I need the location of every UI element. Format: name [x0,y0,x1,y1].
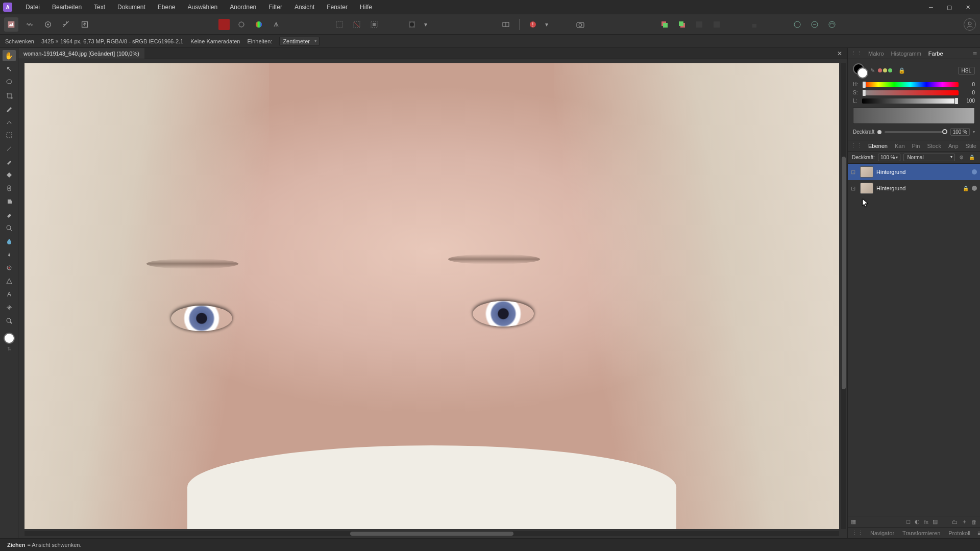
eyedropper-icon[interactable]: ✎ [870,67,875,74]
tab-kanaele[interactable]: Kan [894,142,906,150]
layer-name[interactable]: Hintergrund [876,185,960,191]
arrange-front-icon[interactable] [675,17,689,32]
menu-fenster[interactable]: Fenster [321,2,354,13]
layer-row[interactable]: ⊡ Hintergrund 🔒 [848,180,980,196]
add-mask-icon[interactable]: ◻ [906,518,911,525]
dodge-tool-icon[interactable] [3,222,16,234]
document-tab[interactable]: woman-1919143_640.jpg [Geändert] (100,0%… [18,48,144,59]
menu-dokument[interactable]: Dokument [111,2,152,13]
layer-visibility-icon[interactable] [972,186,977,191]
layer-thumbsize-icon[interactable]: ▦ [851,518,856,525]
layer-fx-icon[interactable]: ⚙ [958,155,965,160]
select-rect-icon[interactable] [332,17,347,32]
layer-checkbox-icon[interactable]: ⊡ [851,169,857,176]
minimize-button[interactable]: ─ [922,1,940,13]
brush-tool-icon[interactable] [3,156,16,167]
lasso-tool-icon[interactable] [3,77,16,88]
bottom-panel-menu-icon[interactable]: ≡ [977,529,980,537]
delete-layer-icon[interactable]: 🗑 [971,519,977,525]
assistant-icon[interactable] [499,17,513,32]
menu-text[interactable]: Text [88,2,111,13]
autowb-icon[interactable] [269,17,283,32]
saturation-slider[interactable] [862,90,959,95]
color-preview-strip[interactable] [853,108,975,124]
menu-ansicht[interactable]: Ansicht [288,2,321,13]
clone-tool-icon[interactable] [3,196,16,207]
vertical-scrollbar[interactable] [841,63,846,529]
menu-datei[interactable]: Datei [19,2,46,13]
group-layers-icon[interactable]: 🗀 [952,519,958,525]
select-all-icon[interactable] [367,17,381,32]
pen-tool-icon[interactable] [3,103,16,114]
redeye-tool-icon[interactable] [3,262,16,273]
tab-histogramm[interactable]: Histogramm [890,49,922,58]
autolevel-icon[interactable] [234,17,249,32]
select-none-icon[interactable] [350,17,364,32]
lightness-slider[interactable] [862,98,959,104]
close-button[interactable]: ✕ [959,1,977,13]
layer-row[interactable]: ⊡ Hintergrund [848,164,980,180]
blur-tool-icon[interactable] [3,236,16,247]
layer-thumbnail[interactable] [860,166,873,178]
quickmask-dropdown-icon[interactable]: ▾ [422,17,429,32]
tab-protokoll[interactable]: Protokoll [947,529,971,537]
panel-grip-icon[interactable]: ⋮⋮ [851,50,862,57]
recent-colors[interactable] [878,68,892,72]
menu-anordnen[interactable]: Anordnen [224,2,262,13]
tab-makro[interactable]: Makro [867,49,885,58]
mesh-tool-icon[interactable] [3,302,16,313]
quickmask-icon[interactable] [405,17,419,32]
blend-mode-select[interactable]: Normal [903,154,955,161]
tab-farbe[interactable]: Farbe [927,49,944,58]
color-swatch-pair[interactable] [853,63,867,78]
layer-locked-icon[interactable]: 🔒 [963,186,969,191]
warning-icon[interactable]: ! [526,17,540,32]
globe-sync-icon[interactable] [825,17,839,32]
swap-colors-icon[interactable]: ⇅ [7,346,11,352]
globe-link-icon[interactable] [807,17,822,32]
color-panel-menu-icon[interactable]: ≡ [973,49,977,58]
smudge-tool-icon[interactable] [3,249,16,260]
document-tab-close-icon[interactable]: ✕ [832,50,847,57]
fill-tool-icon[interactable] [3,169,16,181]
healing-tool-icon[interactable] [3,183,16,194]
magic-wand-icon[interactable] [3,143,16,154]
units-select[interactable]: Zentimeter [279,37,320,46]
marquee-tool-icon[interactable] [3,130,16,141]
color-opacity-value[interactable]: 100 % [950,128,970,136]
layer-opacity-input[interactable]: 100 %▾ [878,154,900,161]
crop-tool-icon[interactable] [3,90,16,101]
warning-dropdown-icon[interactable]: ▾ [543,17,550,32]
menu-hilfe[interactable]: Hilfe [354,2,378,13]
foreground-color-well[interactable] [4,333,15,344]
tab-stile[interactable]: Stile [965,142,977,150]
tab-anpassung[interactable]: Anp [947,142,960,150]
color-mode-select[interactable]: HSL [958,67,975,74]
maximize-button[interactable]: ▢ [940,1,959,13]
persona-tone-icon[interactable] [59,17,74,32]
horizontal-scrollbar[interactable] [24,531,839,536]
eraser-tool-icon[interactable] [3,209,16,220]
arrange-back-icon[interactable] [657,17,672,32]
menu-ebene[interactable]: Ebene [152,2,182,13]
color-opacity-slider[interactable] [885,131,947,133]
zoom-tool-icon[interactable] [3,315,16,327]
layer-lock-icon[interactable]: 🔒 [968,155,976,160]
layer-thumbnail[interactable] [860,183,873,194]
persona-export-icon[interactable] [78,17,92,32]
autocontrast-icon[interactable] [252,17,266,32]
bottom-panel-grip-icon[interactable]: ⋮⋮ [852,530,863,536]
menu-filter[interactable]: Filter [262,2,288,13]
menu-bearbeiten[interactable]: Bearbeiten [46,2,88,13]
persona-photo-icon[interactable] [4,17,18,32]
tab-transformieren[interactable]: Transformieren [901,529,941,537]
node-tool-icon[interactable] [3,116,16,128]
add-livefilter-icon[interactable]: fx [924,519,928,525]
tab-ebenen[interactable]: Ebenen [867,142,889,150]
account-icon[interactable] [964,18,976,31]
tab-pinsel[interactable]: Pin [911,142,921,150]
opacity-dropdown-icon[interactable]: ▾ [973,130,975,134]
text-tool-icon[interactable]: A [3,289,16,300]
layers-panel-grip-icon[interactable]: ⋮⋮ [851,142,862,149]
menu-auswaehlen[interactable]: Auswählen [181,2,224,13]
